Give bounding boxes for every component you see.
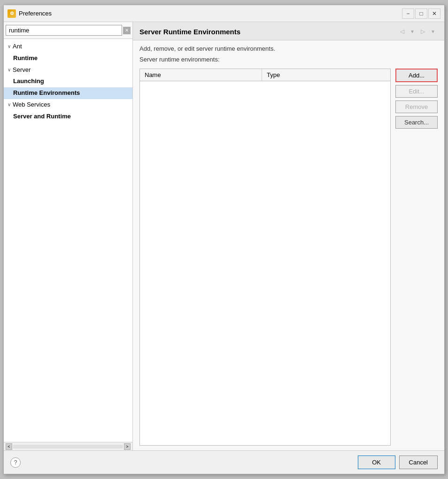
cancel-button[interactable]: Cancel [399, 456, 438, 469]
table-body [140, 81, 390, 445]
runtime-table: Name Type [139, 69, 391, 446]
main-content: ✕ ∨ Ant Runtime ∨ Server [4, 22, 444, 450]
tree-item-server[interactable]: ∨ Server [4, 64, 132, 76]
titlebar: ⚙ Preferences − □ ✕ [4, 5, 444, 22]
right-header: Server Runtime Environments ◁ ▾ ▷ ▾ [133, 22, 444, 40]
header-icons: ◁ ▾ ▷ ▾ [397, 27, 438, 36]
minimize-button[interactable]: − [402, 8, 414, 19]
search-clear-button[interactable]: ✕ [123, 27, 131, 34]
scroll-left-button[interactable]: < [6, 443, 12, 450]
add-button[interactable]: Add... [395, 69, 438, 82]
tree-item-launching[interactable]: Launching [4, 76, 132, 87]
server-arrow: ∨ [8, 66, 11, 74]
bottom-bar: ? OK Cancel [4, 450, 444, 474]
ok-button[interactable]: OK [358, 456, 395, 469]
window-controls: − □ ✕ [402, 8, 440, 19]
runtime-label: Runtime [13, 54, 38, 62]
close-button[interactable]: ✕ [428, 8, 440, 19]
column-type: Type [262, 69, 390, 81]
tree-item-runtime[interactable]: Runtime [4, 53, 132, 64]
runtime-environments-label: Runtime Environments [13, 89, 80, 96]
scroll-right-button[interactable]: > [124, 443, 131, 450]
remove-button[interactable]: Remove [395, 100, 438, 113]
right-panel: Server Runtime Environments ◁ ▾ ▷ ▾ Add,… [133, 22, 444, 450]
web-services-arrow: ∨ [8, 101, 11, 108]
section-label: Server runtime environments: [139, 56, 438, 63]
search-input[interactable] [6, 25, 122, 36]
panel-title: Server Runtime Environments [139, 28, 240, 36]
maximize-button[interactable]: □ [415, 8, 427, 19]
edit-button[interactable]: Edit... [395, 85, 438, 98]
side-buttons: Add... Edit... Remove Search... [395, 69, 438, 446]
dialog-title: Preferences [19, 10, 402, 17]
back-dropdown-button[interactable]: ▾ [408, 27, 417, 36]
description-text: Add, remove, or edit server runtime envi… [139, 45, 438, 52]
tree-item-web-services[interactable]: ∨ Web Services [4, 99, 132, 111]
app-icon: ⚙ [8, 9, 16, 18]
tree-item-ant[interactable]: ∨ Ant [4, 41, 132, 53]
scroll-track[interactable] [13, 445, 123, 448]
table-area: Name Type Add... Edit... Remove Search..… [139, 69, 438, 446]
help-button[interactable]: ? [10, 457, 21, 468]
tree: ∨ Ant Runtime ∨ Server Launching [4, 39, 132, 442]
web-services-label: Web Services [13, 100, 50, 110]
search-button[interactable]: Search... [395, 116, 438, 129]
launching-label: Launching [13, 77, 44, 85]
tree-item-server-and-runtime[interactable]: Server and Runtime [4, 111, 132, 123]
dialog-action-buttons: OK Cancel [358, 456, 438, 469]
ant-label: Ant [13, 42, 22, 52]
ant-arrow: ∨ [8, 43, 11, 50]
forward-dropdown-button[interactable]: ▾ [428, 27, 438, 36]
server-and-runtime-label: Server and Runtime [13, 113, 71, 120]
left-panel: ✕ ∨ Ant Runtime ∨ Server [4, 22, 133, 450]
tree-item-runtime-environments[interactable]: Runtime Environments [4, 87, 132, 99]
search-bar: ✕ [4, 22, 132, 39]
horizontal-scrollbar[interactable]: < > [4, 442, 132, 450]
column-name: Name [140, 69, 262, 81]
right-body: Add, remove, or edit server runtime envi… [133, 40, 444, 450]
server-label: Server [13, 65, 31, 75]
forward-button[interactable]: ▷ [418, 27, 427, 36]
preferences-dialog: ⚙ Preferences − □ ✕ ✕ ∨ Ant [3, 5, 445, 474]
back-button[interactable]: ◁ [397, 27, 407, 36]
table-header: Name Type [140, 69, 390, 81]
